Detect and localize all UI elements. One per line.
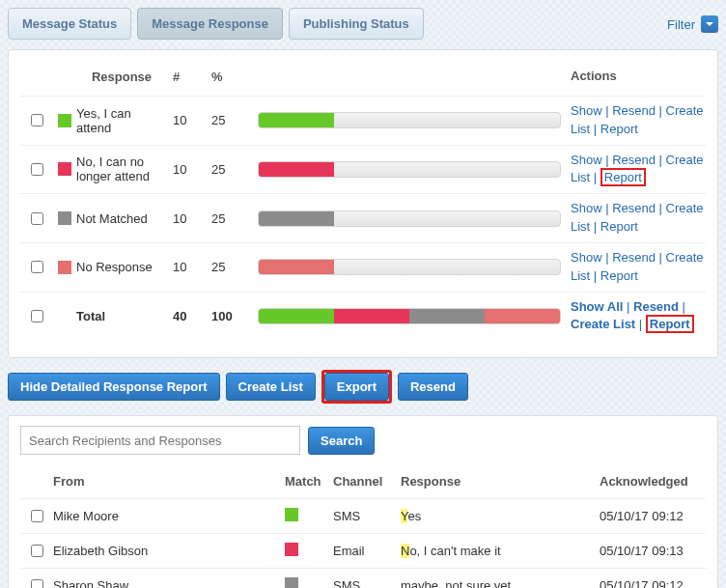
detail-channel: SMS	[333, 509, 401, 523]
response-row-no: No, I can no longer attend1025Show | Res…	[20, 145, 706, 194]
detail-response: No, I can't make it	[401, 544, 600, 558]
color-swatch	[58, 114, 71, 127]
search-button[interactable]: Search	[308, 427, 375, 455]
row-checkbox[interactable]	[31, 310, 43, 322]
create-list-button[interactable]: Create List	[226, 373, 316, 401]
action-resend[interactable]: Resend	[612, 201, 656, 215]
filter-toggle-button[interactable]	[701, 15, 718, 33]
detail-row: Mike MooreSMSYes05/10/17 09:12	[20, 498, 706, 533]
match-swatch	[285, 508, 298, 521]
col-header-response: Response	[401, 474, 600, 489]
detail-acknowledged: 05/10/17 09:12	[600, 578, 706, 588]
detail-from: Elizabeth Gibson	[53, 544, 285, 558]
color-swatch	[58, 162, 71, 176]
response-percent: 100	[211, 309, 258, 323]
response-row-yes: Yes, I can attend1025Show | Resend | Cre…	[20, 96, 706, 145]
response-count: 10	[173, 162, 211, 177]
tab-message-response[interactable]: Message Response	[137, 8, 283, 40]
response-label: Not Matched	[76, 211, 173, 226]
response-row-total: Total40100Show All | Resend | Create Lis…	[20, 292, 706, 341]
progress-bar	[258, 112, 561, 128]
filter-label: Filter	[667, 17, 695, 32]
action-show-all[interactable]: Show All	[571, 299, 623, 314]
response-percent: 25	[211, 260, 258, 274]
action-report[interactable]: Report	[600, 219, 638, 234]
detail-row: Sharon ShawSMSmaybe, not sure yet05/10/1…	[20, 568, 706, 588]
response-count: 10	[173, 260, 211, 274]
row-checkbox[interactable]	[31, 114, 43, 126]
detail-row: Elizabeth GibsonEmailNo, I can't make it…	[20, 533, 706, 568]
detail-response: maybe, not sure yet	[401, 578, 600, 588]
action-show[interactable]: Show	[571, 201, 602, 215]
detail-row-checkbox[interactable]	[31, 510, 43, 522]
col-header-count: #	[173, 70, 211, 84]
search-input[interactable]	[20, 426, 300, 455]
tab-publishing-status[interactable]: Publishing Status	[289, 8, 424, 40]
action-show[interactable]: Show	[571, 153, 602, 167]
row-checkbox[interactable]	[31, 261, 43, 273]
detail-panel: Search From Match Channel Response Ackno…	[8, 415, 718, 588]
action-report[interactable]: Report	[600, 268, 638, 283]
col-header-response: Response	[76, 70, 173, 84]
action-create-list[interactable]: Create List	[571, 317, 635, 331]
hide-detailed-report-button[interactable]: Hide Detailed Response Report	[8, 373, 220, 401]
detail-acknowledged: 05/10/17 09:12	[600, 509, 706, 523]
response-percent: 25	[211, 211, 258, 226]
detail-from: Sharon Shaw	[53, 578, 285, 588]
match-swatch	[285, 543, 298, 556]
detail-from: Mike Moore	[53, 509, 285, 523]
detail-channel: Email	[333, 544, 401, 558]
response-label: No, I can no longer attend	[76, 154, 173, 183]
highlight-char: N	[401, 544, 409, 558]
col-header-channel: Channel	[333, 474, 401, 489]
progress-bar	[258, 210, 561, 227]
col-header-ack: Acknowledged	[600, 474, 706, 489]
col-header-percent: %	[211, 70, 258, 84]
progress-bar	[258, 308, 561, 324]
export-highlight: Export	[321, 370, 392, 404]
detail-response: Yes	[401, 509, 600, 523]
detail-channel: SMS	[333, 578, 401, 588]
resend-button[interactable]: Resend	[398, 373, 468, 401]
action-report[interactable]: Report	[600, 122, 638, 136]
tabs: Message Status Message Response Publishi…	[8, 8, 424, 40]
response-summary-panel: Response # % Actions Yes, I can attend10…	[8, 49, 718, 358]
row-checkbox[interactable]	[31, 163, 43, 176]
color-swatch	[58, 261, 71, 274]
action-resend[interactable]: Resend	[612, 153, 656, 167]
row-checkbox[interactable]	[31, 212, 43, 225]
action-show[interactable]: Show	[571, 250, 602, 265]
action-report[interactable]: Report	[650, 317, 690, 331]
report-highlight: Report	[600, 168, 646, 186]
progress-bar	[258, 161, 561, 178]
action-report[interactable]: Report	[604, 170, 642, 184]
response-count: 10	[173, 211, 211, 226]
export-button[interactable]: Export	[324, 373, 389, 401]
col-header-actions: Actions	[571, 68, 706, 86]
response-percent: 25	[211, 162, 258, 177]
response-label: No Response	[76, 260, 173, 274]
detail-row-checkbox[interactable]	[31, 579, 43, 588]
action-show[interactable]: Show	[571, 103, 602, 118]
action-resend[interactable]: Resend	[612, 250, 656, 265]
response-row-noresp: No Response1025Show | Resend | Create Li…	[20, 242, 706, 292]
response-count: 10	[173, 113, 211, 127]
progress-bar	[258, 259, 561, 275]
response-count: 40	[173, 309, 211, 323]
highlight-char: Y	[401, 509, 407, 523]
match-swatch	[285, 577, 298, 588]
action-resend[interactable]: Resend	[612, 103, 656, 118]
response-row-notmatch: Not Matched1025Show | Resend | Create Li…	[20, 193, 706, 242]
detail-acknowledged: 05/10/17 09:13	[600, 544, 706, 558]
chevron-down-icon	[705, 19, 714, 29]
response-label: Total	[76, 309, 173, 323]
col-header-match: Match	[285, 474, 333, 489]
tab-message-status[interactable]: Message Status	[8, 8, 131, 40]
action-resend[interactable]: Resend	[633, 299, 679, 314]
detail-row-checkbox[interactable]	[31, 545, 43, 557]
report-highlight: Report	[646, 315, 694, 333]
response-label: Yes, I can attend	[76, 106, 173, 135]
color-swatch	[58, 211, 71, 225]
col-header-from: From	[53, 474, 285, 489]
response-percent: 25	[211, 113, 258, 127]
